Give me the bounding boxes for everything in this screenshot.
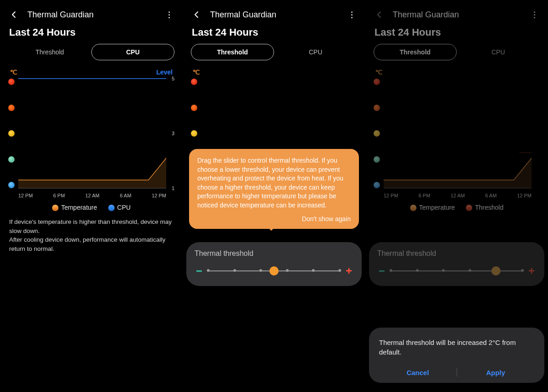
celsius-label: ℃ (375, 69, 383, 76)
slider-track[interactable] (391, 270, 522, 271)
more-icon[interactable] (529, 9, 540, 20)
xtick: 6 AM (485, 193, 497, 198)
cancel-button[interactable]: Cancel (379, 369, 457, 376)
section-title: Last 24 Hours (374, 26, 540, 38)
emoji-e1 (8, 182, 15, 188)
emoji-e4 (191, 105, 197, 111)
screen-1: Thermal GuardianLast 24 HoursThresholdCP… (0, 0, 183, 392)
tab-cpu[interactable]: CPU (274, 44, 357, 60)
emoji-e5 (8, 79, 15, 85)
emoji-scale (374, 79, 382, 188)
plot-area (18, 79, 166, 188)
tab-threshold[interactable]: Threshold (8, 44, 91, 60)
dialog-buttons: CancelApply (379, 368, 534, 376)
ytick-3: 3 (172, 131, 174, 136)
legend-temperature: Temperature (52, 204, 97, 211)
slider-tick (416, 269, 419, 272)
x-ticks: 12 PM6 PM12 AM6 AM12 PM (384, 193, 532, 198)
slider-tick (312, 269, 315, 272)
screen-2: Thermal GuardianLast 24 HoursThresholdCP… (183, 0, 365, 392)
emoji-e3 (191, 130, 197, 137)
app-title: Thermal Guardian (27, 10, 163, 20)
minus-icon[interactable]: − (377, 265, 386, 277)
tab-threshold[interactable]: Threshold (374, 44, 457, 60)
ytick-1: 1 (172, 185, 174, 191)
axis-labels: ℃ (374, 69, 540, 77)
app-title: Thermal Guardian (210, 10, 346, 20)
x-ticks: 12 PM6 PM12 AM6 AM12 PM (18, 193, 166, 198)
back-icon[interactable] (191, 9, 202, 20)
slider-tick (442, 269, 445, 272)
threshold-icon (466, 205, 472, 211)
emoji-e4 (8, 105, 15, 111)
chart: 5.3.112 PM6 PM12 AM6 AM12 PM (8, 79, 174, 200)
temperature-icon (52, 205, 58, 211)
level-label: Level (156, 69, 173, 76)
tab-cpu[interactable]: CPU (91, 44, 174, 60)
dialog-message: Thermal threshold will be increased 2°C … (379, 338, 534, 358)
slider-tick (521, 269, 524, 272)
more-icon[interactable] (346, 9, 357, 20)
header: Thermal Guardian (8, 5, 174, 25)
slider-tick (233, 269, 236, 272)
slider-title: Thermal threshold (377, 249, 536, 258)
cpu-icon (108, 205, 115, 211)
slider-tick (259, 269, 262, 272)
slider-tick (338, 269, 341, 272)
threshold-slider[interactable]: −+ (377, 266, 536, 276)
plus-icon[interactable]: + (344, 265, 353, 277)
emoji-e2 (8, 156, 15, 163)
slider-knob[interactable] (491, 266, 501, 275)
back-icon[interactable] (374, 9, 385, 20)
xtick: 6 PM (418, 193, 430, 198)
minus-icon[interactable]: − (195, 265, 204, 277)
tooltip-dismiss[interactable]: Don't show again (197, 215, 351, 224)
legend-cpu: CPU (108, 204, 131, 211)
slider-track[interactable] (208, 270, 340, 271)
apply-button[interactable]: Apply (457, 369, 535, 376)
slider-tick (207, 269, 210, 272)
thermal-threshold-panel: Thermal threshold−+ (186, 242, 362, 286)
emoji-e3 (8, 130, 15, 137)
more-icon[interactable] (163, 9, 174, 20)
xtick: 6 PM (53, 193, 65, 198)
plus-icon[interactable]: + (527, 265, 536, 277)
thermal-threshold-panel: Thermal threshold−+ (369, 242, 544, 286)
legend: TemperatureCPU (8, 204, 174, 211)
ytick-5: 5 (172, 76, 174, 81)
slider-knob[interactable] (269, 266, 279, 275)
description-text: If device's temperature is higher than t… (8, 217, 174, 253)
axis-labels: ℃Level (8, 69, 174, 77)
legend-thr: Threshold (466, 204, 503, 211)
emoji-e5 (374, 79, 380, 85)
emoji-e5 (191, 79, 197, 85)
section-title: Last 24 Hours (192, 26, 357, 38)
screen-3: Thermal GuardianLast 24 HoursThresholdCP… (365, 0, 548, 392)
emoji-e2 (374, 156, 380, 163)
xtick: 12 PM (18, 193, 33, 198)
slider-tick (286, 269, 289, 272)
temperature-icon (410, 205, 416, 211)
svg-marker-0 (18, 158, 166, 188)
emoji-e4 (374, 105, 380, 111)
slider-title: Thermal threshold (195, 249, 353, 258)
emoji-scale (8, 79, 16, 188)
threshold-slider[interactable]: −+ (195, 266, 353, 276)
legend: TemperatureThreshold (374, 204, 540, 211)
xtick: 12 PM (517, 193, 532, 198)
celsius-label: ℃ (193, 69, 200, 76)
xtick: 6 AM (120, 193, 132, 198)
svg-marker-6 (384, 158, 532, 188)
xtick: 12 AM (85, 193, 100, 198)
slider-tick (390, 269, 392, 272)
legend-temperature: Temperature (410, 204, 455, 211)
tooltip-text: Drag the slider to control thermal thres… (197, 156, 351, 210)
back-icon[interactable] (8, 9, 19, 20)
xtick: 12 PM (384, 193, 398, 198)
xtick: 12 AM (451, 193, 465, 198)
y-ticks: 5.3.1 (167, 76, 174, 191)
tab-threshold[interactable]: Threshold (191, 44, 274, 60)
tab-cpu[interactable]: CPU (457, 44, 540, 60)
axis-labels: ℃ (191, 69, 357, 77)
tab-bar: ThresholdCPU (8, 44, 174, 60)
